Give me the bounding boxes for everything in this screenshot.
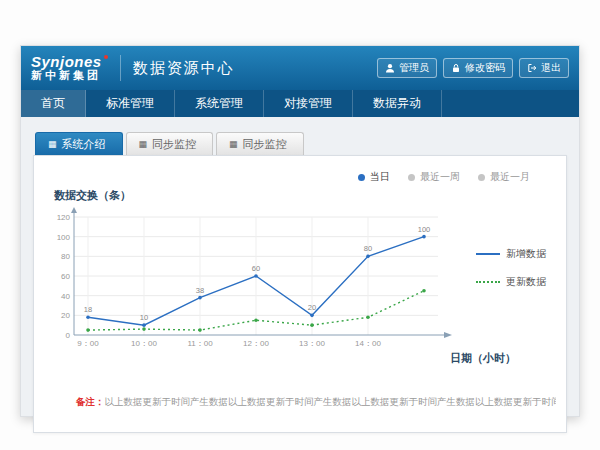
logout-label: 退出 — [541, 61, 561, 75]
footnote-text: 以上数据更新于时间产生数据以上数据更新于时间产生数据以上数据更新于时间产生数据以… — [105, 396, 557, 407]
legend-dot-icon — [358, 174, 365, 181]
svg-text:14：00: 14：00 — [355, 339, 381, 348]
svg-text:80: 80 — [61, 252, 70, 261]
svg-text:100: 100 — [57, 233, 71, 242]
svg-text:20: 20 — [308, 303, 316, 312]
nav-item-standard-mgmt[interactable]: 标准管理 — [86, 90, 175, 117]
nav-item-system-mgmt[interactable]: 系统管理 — [175, 90, 264, 117]
page-title: 数据资源中心 — [133, 59, 235, 78]
svg-text:10: 10 — [140, 313, 148, 322]
line-chart: 0204060801001209：0010：0011：0012：0013：001… — [44, 205, 474, 357]
nav-item-connect-mgmt[interactable]: 对接管理 — [264, 90, 353, 117]
lock-icon — [451, 63, 461, 73]
brand-logo: Synjones 新中新集团 — [31, 54, 108, 81]
tab-label: 系统介绍 — [62, 137, 106, 152]
app-window: Synjones 新中新集团 数据资源中心 管理员 修改密码 退出 首页 标准管… — [20, 45, 580, 417]
svg-text:10：00: 10：00 — [131, 339, 157, 348]
change-password-button[interactable]: 修改密码 — [443, 58, 513, 78]
legend-new-data[interactable]: 新增数据 — [476, 247, 546, 261]
header-divider — [120, 55, 121, 81]
tab-bar: ▦ 系统介绍 ▦ 同步监控 ▦ 同步监控 — [33, 131, 567, 155]
legend-dot-icon — [478, 174, 485, 181]
nav-item-home[interactable]: 首页 — [21, 90, 86, 117]
person-icon — [385, 63, 395, 73]
chart-panel: 当日 最近一周 最近一月 数据交换（条） 0204060801001209：00… — [33, 155, 567, 433]
filter-label: 最近一月 — [490, 170, 530, 184]
svg-text:20: 20 — [61, 311, 70, 320]
filter-today[interactable]: 当日 — [358, 170, 390, 184]
grid-icon: ▦ — [229, 140, 238, 149]
nav-item-data-change[interactable]: 数据异动 — [353, 90, 442, 117]
tab-sync-monitor-1[interactable]: ▦ 同步监控 — [126, 132, 214, 156]
change-password-label: 修改密码 — [465, 61, 505, 75]
svg-text:18: 18 — [84, 305, 92, 314]
series-legend: 新增数据 更新数据 — [476, 247, 546, 289]
svg-text:13：00: 13：00 — [299, 339, 325, 348]
footnote-label: 备注： — [76, 396, 105, 407]
svg-text:80: 80 — [364, 244, 372, 253]
svg-text:38: 38 — [196, 286, 204, 295]
svg-text:9：00: 9：00 — [77, 339, 99, 348]
svg-text:40: 40 — [61, 292, 70, 301]
svg-text:60: 60 — [61, 272, 70, 281]
brand-logo-en: Synjones — [31, 54, 108, 70]
filter-last-week[interactable]: 最近一周 — [408, 170, 460, 184]
svg-text:11：00: 11：00 — [187, 339, 213, 348]
logout-button[interactable]: 退出 — [519, 58, 569, 78]
svg-text:0: 0 — [66, 331, 71, 340]
filter-last-month[interactable]: 最近一月 — [478, 170, 530, 184]
y-axis-title: 数据交换（条） — [54, 188, 556, 203]
svg-text:12：00: 12：00 — [243, 339, 269, 348]
grid-icon: ▦ — [139, 140, 148, 149]
line-sample-icon — [476, 281, 500, 283]
brand-red-dot-icon — [104, 55, 108, 59]
content-area: ▦ 系统介绍 ▦ 同步监控 ▦ 同步监控 当日 最近一周 — [21, 117, 579, 443]
tab-sync-monitor-2[interactable]: ▦ 同步监控 — [216, 132, 304, 156]
user-area: 管理员 修改密码 退出 — [377, 58, 569, 78]
tab-label: 同步监控 — [152, 137, 196, 152]
tab-label: 同步监控 — [243, 137, 287, 152]
legend-update-data[interactable]: 更新数据 — [476, 275, 546, 289]
time-filter-legend: 当日 最近一周 最近一月 — [44, 166, 556, 184]
admin-user-label: 管理员 — [399, 61, 429, 75]
main-nav: 首页 标准管理 系统管理 对接管理 数据异动 — [21, 90, 579, 117]
svg-text:120: 120 — [57, 213, 71, 222]
brand-logo-cn: 新中新集团 — [31, 70, 108, 82]
tab-system-intro[interactable]: ▦ 系统介绍 — [35, 132, 123, 156]
line-sample-icon — [476, 253, 500, 255]
filter-label: 当日 — [370, 170, 390, 184]
top-header: Synjones 新中新集团 数据资源中心 管理员 修改密码 退出 — [21, 46, 579, 90]
filter-label: 最近一周 — [420, 170, 460, 184]
legend-label: 更新数据 — [506, 275, 546, 289]
legend-dot-icon — [408, 174, 415, 181]
svg-text:100: 100 — [418, 225, 431, 234]
logout-icon — [527, 63, 537, 73]
chart-row: 0204060801001209：0010：0011：0012：0013：001… — [44, 205, 556, 357]
svg-text:60: 60 — [252, 264, 260, 273]
footnote: 备注：以上数据更新于时间产生数据以上数据更新于时间产生数据以上数据更新于时间产生… — [44, 396, 556, 409]
legend-label: 新增数据 — [506, 247, 546, 261]
admin-user-button[interactable]: 管理员 — [377, 58, 437, 78]
grid-icon: ▦ — [48, 140, 57, 149]
